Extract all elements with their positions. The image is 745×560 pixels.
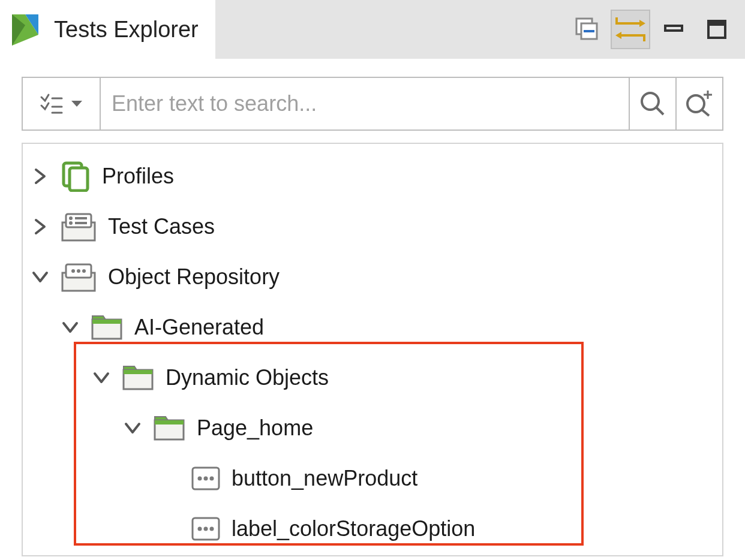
panel-header: Tests Explorer <box>0 0 745 59</box>
svg-marker-14 <box>71 101 82 107</box>
object-repository-icon <box>60 261 97 293</box>
svg-point-32 <box>77 269 80 273</box>
svg-line-18 <box>702 110 709 116</box>
panel-tab[interactable]: Tests Explorer <box>0 0 215 59</box>
search-add-button[interactable] <box>675 78 722 130</box>
katalon-logo-icon <box>11 13 41 46</box>
tree-item-label: Test Cases <box>108 214 215 239</box>
tree-item-label: Dynamic Objects <box>166 365 329 390</box>
link-editor-button[interactable] <box>611 10 650 49</box>
tree-view: Profiles Test Cases <box>22 143 723 556</box>
minimize-button[interactable] <box>654 10 693 49</box>
svg-rect-37 <box>124 370 152 374</box>
svg-point-17 <box>687 95 704 112</box>
tree-item-test-cases[interactable]: Test Cases <box>23 201 722 252</box>
tree-item-object-label-colorstorage[interactable]: label_colorStorageOption <box>23 504 722 554</box>
tree-item-label: Page_home <box>197 416 313 441</box>
tree-item-label: label_colorStorageOption <box>232 516 475 541</box>
svg-marker-7 <box>615 32 621 39</box>
tree-item-label: button_newProduct <box>232 466 417 491</box>
chevron-down-icon[interactable] <box>31 270 49 284</box>
tree-item-ai-generated[interactable]: AI-Generated <box>23 302 722 353</box>
checklist-icon <box>39 91 64 116</box>
folder-icon <box>90 314 124 341</box>
svg-rect-8 <box>665 26 682 31</box>
svg-point-47 <box>210 527 214 531</box>
object-icon <box>191 516 221 541</box>
svg-rect-35 <box>92 320 121 324</box>
svg-point-46 <box>204 527 208 531</box>
tree-item-label: Profiles <box>102 164 174 189</box>
dropdown-arrow-icon <box>70 100 83 108</box>
svg-point-41 <box>198 477 202 481</box>
svg-point-33 <box>82 269 86 273</box>
svg-rect-10 <box>708 21 725 26</box>
svg-point-31 <box>71 269 75 273</box>
chevron-right-icon[interactable] <box>31 218 49 236</box>
search-input[interactable] <box>101 78 629 130</box>
tree-item-profiles[interactable]: Profiles <box>23 151 722 201</box>
search-plus-icon <box>684 89 715 118</box>
svg-rect-39 <box>155 420 184 424</box>
tree-item-object-repository[interactable]: Object Repository <box>23 252 722 302</box>
tree-item-page-home[interactable]: Page_home <box>23 403 722 453</box>
chevron-down-icon[interactable] <box>92 371 110 384</box>
svg-point-26 <box>69 221 73 225</box>
chevron-down-icon[interactable] <box>124 421 142 435</box>
profiles-icon <box>60 161 91 192</box>
chevron-down-icon[interactable] <box>61 321 79 334</box>
tree-item-dynamic-objects[interactable]: Dynamic Objects <box>23 353 722 403</box>
svg-rect-24 <box>66 214 91 227</box>
folder-icon <box>152 414 186 442</box>
svg-rect-22 <box>70 168 88 191</box>
svg-rect-5 <box>584 30 594 32</box>
panel-title: Tests Explorer <box>54 17 199 43</box>
search-bar <box>22 77 723 131</box>
object-icon <box>191 466 221 491</box>
collapse-all-button[interactable] <box>567 10 607 49</box>
header-toolbar <box>567 0 737 59</box>
svg-rect-28 <box>75 222 87 224</box>
svg-point-15 <box>642 93 659 110</box>
svg-point-45 <box>198 527 202 531</box>
search-icon <box>638 89 667 118</box>
tree-item-object-button-newproduct[interactable]: button_newProduct <box>23 453 722 504</box>
svg-marker-6 <box>639 20 645 27</box>
svg-point-42 <box>204 477 208 481</box>
svg-point-25 <box>69 216 73 220</box>
tree-item-label: Object Repository <box>108 264 280 290</box>
folder-icon <box>121 364 155 392</box>
svg-rect-27 <box>75 217 87 219</box>
chevron-right-icon[interactable] <box>31 167 49 185</box>
tree-item-label: AI-Generated <box>134 315 264 340</box>
search-button[interactable] <box>629 78 675 130</box>
filter-dropdown-button[interactable] <box>23 78 101 130</box>
svg-point-43 <box>210 477 214 481</box>
maximize-button[interactable] <box>697 10 737 49</box>
test-cases-icon <box>60 210 97 243</box>
svg-line-16 <box>656 107 663 115</box>
